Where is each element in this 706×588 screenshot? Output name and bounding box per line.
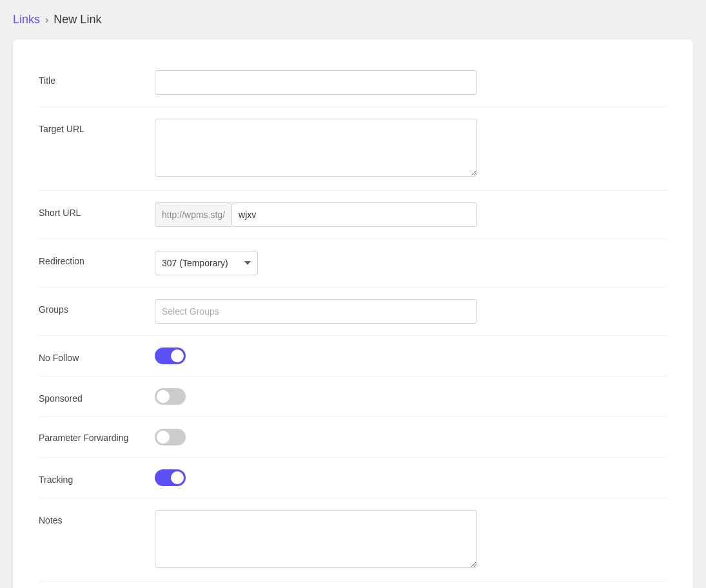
short-url-prefix: http://wpms.stg/ bbox=[155, 202, 231, 227]
short-url-wrap: http://wpms.stg/ bbox=[155, 202, 477, 227]
title-input[interactable] bbox=[155, 70, 477, 95]
groups-control bbox=[155, 299, 667, 324]
no-follow-row: No Follow bbox=[39, 336, 667, 377]
redirection-control: 307 (Temporary) 301 (Permanent) 302 (Tem… bbox=[155, 251, 667, 275]
sponsored-label: Sponsored bbox=[39, 388, 155, 404]
short-url-control: http://wpms.stg/ bbox=[155, 202, 667, 227]
tracking-label: Tracking bbox=[39, 469, 155, 485]
no-follow-label: No Follow bbox=[39, 348, 155, 363]
parameter-forwarding-control bbox=[155, 429, 667, 446]
target-url-label: Target URL bbox=[39, 119, 155, 134]
short-url-slug-input[interactable] bbox=[231, 202, 477, 227]
sponsored-control bbox=[155, 388, 667, 405]
short-url-label: Short URL bbox=[39, 202, 155, 218]
tracking-control bbox=[155, 469, 667, 486]
sponsored-slider bbox=[155, 388, 186, 405]
redirection-row: Redirection 307 (Temporary) 301 (Permane… bbox=[39, 239, 667, 288]
breadcrumb-current: New Link bbox=[54, 13, 101, 26]
tracking-toggle[interactable] bbox=[155, 469, 186, 486]
no-follow-control bbox=[155, 348, 667, 364]
groups-input[interactable] bbox=[155, 299, 477, 324]
tracking-row: Tracking bbox=[39, 458, 667, 498]
form-actions: Save Link Cancel bbox=[39, 582, 667, 588]
notes-label: Notes bbox=[39, 510, 155, 525]
title-row: Title bbox=[39, 59, 667, 107]
title-control bbox=[155, 70, 667, 95]
parameter-forwarding-slider bbox=[155, 429, 186, 446]
sponsored-toggle[interactable] bbox=[155, 388, 186, 405]
parameter-forwarding-toggle[interactable] bbox=[155, 429, 186, 446]
target-url-input[interactable] bbox=[155, 119, 477, 177]
groups-label: Groups bbox=[39, 299, 155, 315]
breadcrumb-separator: › bbox=[45, 14, 48, 26]
redirection-label: Redirection bbox=[39, 251, 155, 266]
no-follow-toggle[interactable] bbox=[155, 348, 186, 364]
tracking-slider bbox=[155, 469, 186, 486]
target-url-row: Target URL bbox=[39, 107, 667, 191]
title-label: Title bbox=[39, 70, 155, 86]
breadcrumb: Links › New Link bbox=[13, 13, 693, 26]
notes-row: Notes bbox=[39, 498, 667, 582]
target-url-control bbox=[155, 119, 667, 179]
redirection-select[interactable]: 307 (Temporary) 301 (Permanent) 302 (Tem… bbox=[155, 251, 258, 275]
notes-input[interactable] bbox=[155, 510, 477, 568]
sponsored-row: Sponsored bbox=[39, 377, 667, 417]
short-url-row: Short URL http://wpms.stg/ bbox=[39, 191, 667, 239]
no-follow-slider bbox=[155, 348, 186, 364]
breadcrumb-links-link[interactable]: Links bbox=[13, 13, 40, 26]
notes-control bbox=[155, 510, 667, 570]
groups-row: Groups bbox=[39, 288, 667, 336]
parameter-forwarding-row: Parameter Forwarding bbox=[39, 417, 667, 458]
form-card: Title Target URL Short URL http://wpms.s… bbox=[13, 39, 693, 588]
parameter-forwarding-label: Parameter Forwarding bbox=[39, 429, 155, 443]
